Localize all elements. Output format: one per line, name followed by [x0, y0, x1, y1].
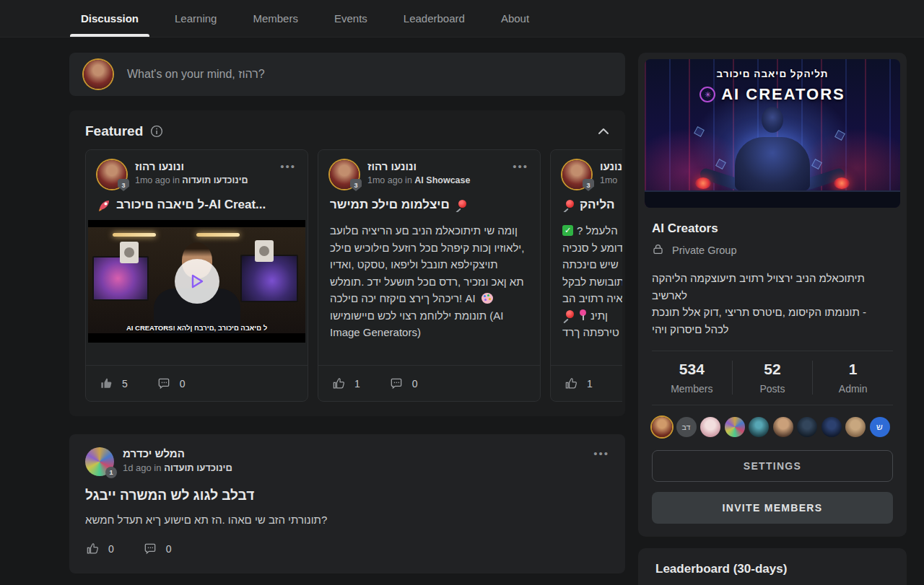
group-name: AI Creators: [652, 221, 893, 236]
more-options-icon[interactable]: •••: [593, 447, 609, 476]
avatar: 1: [85, 447, 114, 476]
post-time: 1mo: [600, 175, 617, 185]
post-time: 1mo ago in: [135, 175, 180, 185]
author-name[interactable]: זוהר וענונו: [135, 160, 248, 172]
author-name[interactable]: זוהר וענונו: [367, 160, 470, 172]
video-thumbnail[interactable]: AI CREATORS! אהלן חברים, ברוכים הבאים ל: [88, 220, 305, 343]
post-title[interactable]: רשימת כלים מומלצים: [330, 198, 450, 212]
tab-learning[interactable]: Learning: [163, 0, 228, 37]
comment-button[interactable]: 0: [389, 377, 418, 391]
pushpin-icon: [562, 199, 575, 211]
tab-leaderboard[interactable]: Leaderboard: [392, 0, 476, 37]
leaderboard-card: Leaderboard (30-days): [638, 548, 907, 585]
tab-discussion[interactable]: Discussion: [69, 0, 150, 37]
like-button[interactable]: 1: [331, 377, 360, 391]
featured-card-tools[interactable]: 3 זוהר וענונו 1mo ago in AI Showcase •••…: [318, 149, 541, 402]
like-count: 0: [108, 543, 114, 555]
brain-logo-icon: ✳: [699, 87, 715, 102]
author-name[interactable]: וענונו: [600, 160, 622, 172]
post-time: 1mo ago in: [367, 175, 412, 185]
play-button[interactable]: [175, 259, 219, 304]
avatar: 3: [562, 160, 591, 189]
post-body: בעולם היצירה עם בינה מלאכותית יש המון כל…: [330, 222, 528, 365]
lock-icon: [652, 243, 664, 258]
settings-button[interactable]: SETTINGS: [652, 450, 893, 482]
like-button[interactable]: 0: [85, 542, 114, 556]
member-avatar[interactable]: [797, 417, 817, 437]
comment-count: 0: [412, 378, 418, 390]
group-banner[interactable]: ברוכים הבאים לקהילת ✳ AI CREATORS: [645, 59, 900, 208]
post-composer[interactable]: What's on your mind, זוהר?: [69, 53, 625, 96]
member-avatar[interactable]: [700, 417, 720, 437]
pushpin-icon: [455, 199, 467, 211]
banner-logo-text: AI CREATORS: [721, 85, 845, 104]
leaderboard-title: Leaderboard (30-days): [655, 562, 889, 576]
comment-count: 0: [166, 543, 172, 555]
member-avatar[interactable]: [749, 417, 769, 437]
rocket-icon: [97, 198, 111, 212]
post-category[interactable]: הודעות ועדכונים: [164, 462, 232, 473]
featured-cards-row: 3 זוהר וענונו 1mo ago in הודעות ועדכונים…: [85, 149, 622, 402]
level-badge: 1: [105, 467, 117, 478]
tab-members[interactable]: Members: [241, 0, 310, 37]
more-options-icon[interactable]: •••: [513, 160, 528, 189]
check-icon: ✓: [562, 225, 573, 236]
comment-button[interactable]: 0: [157, 377, 186, 391]
member-avatar-row: בד ש: [652, 417, 893, 437]
like-count: 1: [354, 378, 360, 390]
group-description: הקהילה המקצועית ביותר ליוצרי בינה מלאכות…: [652, 270, 893, 338]
member-avatar[interactable]: [652, 417, 672, 437]
level-badge: 3: [583, 179, 594, 191]
palette-icon: [481, 293, 493, 304]
post-title[interactable]: ברוכים הבאים ל-AI Creat...: [116, 198, 266, 212]
post-title[interactable]: קהילה: [580, 198, 615, 212]
like-button[interactable]: 5: [99, 377, 128, 391]
post-time: 1d ago in: [123, 462, 162, 473]
featured-title: Featured: [85, 123, 143, 139]
featured-card-welcome[interactable]: 3 זוהר וענונו 1mo ago in הודעות ועדכונים…: [85, 149, 308, 402]
stat-posts: 52 Posts: [732, 361, 813, 395]
invite-members-button[interactable]: INVITE MEMBERS: [652, 492, 893, 524]
avatar: 3: [330, 160, 359, 189]
banner-tagline: ברוכים הבאים לקהילת: [645, 69, 900, 79]
member-avatar[interactable]: [845, 417, 866, 437]
group-stats: 534 Members 52 Posts 1 Admin: [652, 351, 893, 405]
like-count: 1: [587, 378, 593, 390]
info-icon[interactable]: [150, 125, 163, 138]
stat-admins: 1 Admin: [812, 361, 893, 395]
tab-about[interactable]: About: [489, 0, 541, 37]
avatar-current-user: [84, 60, 113, 89]
composer-prompt: What's on your mind, זוהר?: [127, 68, 265, 81]
member-avatar[interactable]: [773, 417, 793, 437]
post-body: אשמח לדעת איך עושים את זה. והאם יש בזה י…: [85, 514, 609, 526]
banner-figure: [704, 121, 841, 190]
post-title[interactable]: לגביי הרשמה של גוגל בלבד: [85, 488, 609, 503]
like-button[interactable]: 1: [564, 377, 593, 391]
avatar: 3: [97, 160, 126, 189]
post-category[interactable]: הודעות ועדכונים: [182, 175, 248, 185]
post-category[interactable]: AI Showcase: [414, 175, 470, 185]
featured-section: Featured 3 זוהר וענונו: [69, 110, 625, 416]
like-count: 5: [122, 378, 128, 390]
member-avatar[interactable]: [821, 417, 842, 437]
level-badge: 3: [118, 179, 129, 191]
comment-button[interactable]: 0: [143, 542, 172, 556]
featured-card-community[interactable]: 3 וענונו 1mo קהילה ✓ ? למעלה היכנס ל עמו: [550, 149, 622, 402]
comment-count: 0: [180, 378, 186, 390]
author-name[interactable]: מרדכי שלמה: [123, 447, 232, 459]
round-pin-icon: [578, 309, 587, 321]
member-avatar-initials[interactable]: ש: [870, 417, 890, 437]
pushpin-icon: [562, 309, 575, 322]
video-caption: AI CREATORS! אהלן חברים, ברוכים הבאים ל: [88, 324, 305, 332]
chevron-up-icon[interactable]: [598, 128, 609, 135]
top-navigation: Discussion Learning Members Events Leade…: [0, 0, 924, 38]
privacy-label: Private Group: [672, 245, 736, 256]
tab-events[interactable]: Events: [323, 0, 379, 37]
stat-members: 534 Members: [652, 361, 732, 395]
member-avatar-initials[interactable]: בד: [676, 417, 697, 437]
more-options-icon[interactable]: •••: [280, 160, 296, 189]
member-avatar[interactable]: [725, 417, 745, 437]
group-info-card: ברוכים הבאים לקהילת ✳ AI CREATORS AI Cre…: [638, 53, 907, 537]
post-body: ✓ ? למעלה היכנס ל עמוד התכנים שיש לקבל ת…: [562, 222, 622, 365]
feed-post[interactable]: 1 מרדכי שלמה 1d ago in הודעות ועדכונים •…: [69, 434, 625, 573]
